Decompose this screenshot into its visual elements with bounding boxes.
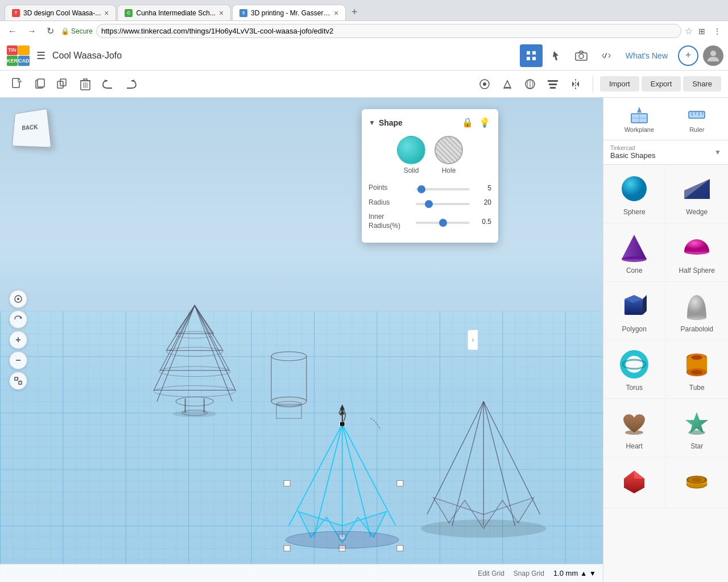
view-align-button[interactable] xyxy=(543,74,563,94)
add-user-button[interactable]: + xyxy=(678,45,698,66)
ruler-tool[interactable]: Ruler xyxy=(682,102,712,135)
shape-panel-collapse[interactable]: ▼ xyxy=(369,119,375,127)
snap-grid-up-button[interactable]: ▲ xyxy=(580,569,587,577)
shape-item-torus[interactable]: Torus xyxy=(603,340,666,399)
address-bar: ← → ↻ 🔒 Secure ☆ ⊞ ⋮ xyxy=(0,20,728,41)
inner-radius-slider[interactable] xyxy=(416,222,470,224)
tab-2-close[interactable]: × xyxy=(219,9,224,18)
tab-3-close[interactable]: × xyxy=(334,9,338,18)
wedge-thumb xyxy=(680,172,714,206)
svg-rect-24 xyxy=(549,84,557,85)
new-tab-button[interactable]: + xyxy=(347,4,362,20)
menu-button[interactable]: ⋮ xyxy=(711,26,723,37)
copy-button[interactable] xyxy=(30,74,50,94)
camera-rotate-button[interactable] xyxy=(9,310,27,329)
whats-new-button[interactable]: What's New xyxy=(620,48,673,64)
import-button[interactable]: Import xyxy=(600,76,639,92)
view-mirror-button[interactable] xyxy=(565,74,586,94)
code-tool-button[interactable] xyxy=(595,44,618,67)
forward-button[interactable]: → xyxy=(24,25,40,38)
tab-3[interactable]: 3 3D printing - Mr. Gasser ... × xyxy=(232,5,346,20)
solid-option[interactable]: Solid xyxy=(397,136,425,174)
view-circle-button[interactable] xyxy=(520,74,540,94)
polygon-thumb xyxy=(617,289,651,323)
shape-info-button[interactable]: 💡 xyxy=(478,116,491,129)
view-normal-button[interactable] xyxy=(474,74,495,94)
panel-dropdown[interactable]: Tinkercad Basic Shapes ▼ xyxy=(603,140,728,165)
shape-item-wedge[interactable]: Wedge xyxy=(666,165,729,223)
url-field[interactable] xyxy=(96,24,681,38)
tab-2-title: Cunha Intermediate Sch... xyxy=(136,9,215,17)
camera-zoom-in-button[interactable]: + xyxy=(9,331,27,349)
code-icon xyxy=(601,50,612,61)
back-button[interactable]: ← xyxy=(5,25,20,38)
user-avatar[interactable] xyxy=(703,45,723,66)
camera-reset-button[interactable] xyxy=(9,290,27,308)
tab-1-title: 3D design Cool Waasa-... xyxy=(23,9,101,17)
camera-tool-button[interactable] xyxy=(570,44,593,67)
shape-item-sphere[interactable]: Sphere xyxy=(603,165,666,223)
svg-point-110 xyxy=(688,430,705,435)
secure-badge: 🔒 Secure xyxy=(61,27,93,35)
shape-item-star[interactable]: Star xyxy=(666,399,729,458)
view-shape-button[interactable] xyxy=(497,74,518,94)
duplicate-button[interactable] xyxy=(52,74,73,94)
logo-blank xyxy=(18,45,30,56)
tab-2[interactable]: C Cunha Intermediate Sch... × xyxy=(117,5,231,20)
nav-cube[interactable]: BACK xyxy=(11,109,51,149)
redo-icon xyxy=(125,79,137,89)
grid-view-button[interactable] xyxy=(520,44,543,67)
logo-cad: CAD xyxy=(18,56,30,66)
points-label: Points xyxy=(369,184,411,193)
svg-rect-1 xyxy=(532,51,536,55)
hole-option[interactable]: Hole xyxy=(435,136,463,174)
camera-fit-button[interactable] xyxy=(9,372,27,390)
undo-button[interactable] xyxy=(98,74,118,94)
tab-1[interactable]: T 3D design Cool Waasa-... × xyxy=(5,5,116,20)
view-circle-icon xyxy=(524,78,536,90)
shape-item-polygon[interactable]: Polygon xyxy=(603,282,666,340)
star-svg xyxy=(681,408,713,439)
tab-1-close[interactable]: × xyxy=(104,9,109,18)
redo-button[interactable] xyxy=(121,74,141,94)
browser-chrome: T 3D design Cool Waasa-... × C Cunha Int… xyxy=(0,0,728,41)
workplane-tool[interactable]: Workplane xyxy=(620,102,659,135)
shape-item-tube[interactable]: Tube xyxy=(666,340,729,399)
camera-zoom-out-button[interactable]: − xyxy=(9,351,27,369)
sphere-svg xyxy=(619,173,650,205)
bookmark-button[interactable]: ☆ xyxy=(685,26,693,36)
delete-button[interactable] xyxy=(75,74,96,94)
new-object-button[interactable] xyxy=(7,74,27,94)
extensions-button[interactable]: ⊞ xyxy=(696,26,708,37)
panel-collapse-handle[interactable]: › xyxy=(468,330,478,350)
shape-item-cone[interactable]: Cone xyxy=(603,223,666,282)
viewport[interactable]: BACK + xyxy=(0,98,603,582)
shape-item-gem[interactable] xyxy=(603,458,666,508)
dropdown-value: Basic Shapes xyxy=(610,151,712,160)
hamburger-button[interactable]: ☰ xyxy=(34,47,48,64)
view-mirror-icon xyxy=(569,78,582,90)
export-button[interactable]: Export xyxy=(642,76,681,92)
svg-rect-52 xyxy=(397,480,403,486)
snap-grid-down-button[interactable]: ▼ xyxy=(589,569,596,577)
snap-grid-control: 1.0 mm ▲ ▼ xyxy=(553,569,596,577)
copy-icon xyxy=(34,78,46,90)
panel-tools: Workplane Ruler xyxy=(603,98,728,140)
ring-thumb xyxy=(680,464,714,498)
shape-item-halfsphere[interactable]: Half Sphere xyxy=(666,223,729,282)
pick-tool-button[interactable] xyxy=(545,44,568,67)
shape-lock-button[interactable]: 🔒 xyxy=(461,116,474,129)
shape-item-ring[interactable] xyxy=(666,458,729,508)
polygon-svg xyxy=(619,290,650,322)
refresh-button[interactable]: ↻ xyxy=(43,24,57,38)
svg-point-63 xyxy=(286,531,399,548)
radius-label: Radius xyxy=(369,198,411,207)
shape-item-paraboloid[interactable]: Paraboloid xyxy=(666,282,729,340)
halfsphere-svg xyxy=(681,232,713,263)
svg-point-116 xyxy=(691,477,702,482)
shape-item-heart[interactable]: Heart xyxy=(603,399,666,458)
view-shape-icon xyxy=(501,78,514,90)
radius-slider[interactable] xyxy=(416,203,470,205)
share-button[interactable]: Share xyxy=(683,76,721,92)
points-slider[interactable] xyxy=(416,188,470,190)
